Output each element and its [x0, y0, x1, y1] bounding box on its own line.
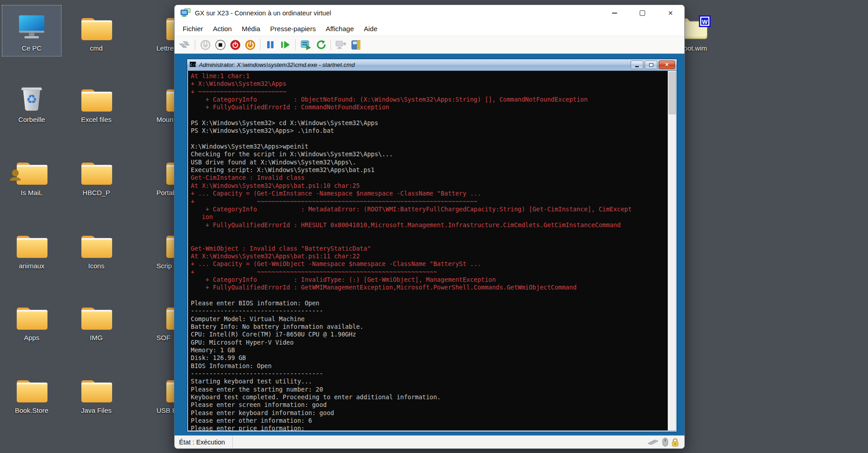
folder-icon [80, 152, 113, 186]
toolbar-separator [195, 39, 195, 50]
console-scrollbar[interactable] [668, 71, 676, 430]
enhanced-session-button[interactable] [334, 38, 348, 51]
menu-item-fichier[interactable]: Fichier [178, 23, 208, 35]
desktop-icon-is-mail[interactable]: Is MaiL [2, 150, 61, 201]
vm-status-text: État : Exécution [179, 439, 225, 446]
maximize-button[interactable] [628, 5, 656, 21]
desktop-icon-excel-files[interactable]: Excel files [67, 77, 126, 127]
console-line: Disk: 126.99 GB [191, 354, 668, 362]
revert-button[interactable] [314, 38, 327, 51]
close-button[interactable]: ✕ [656, 5, 684, 21]
console-line: Starting keyboard test utility... [191, 378, 668, 385]
folder-icon [80, 225, 113, 259]
console-line: Executing script: X:\Windows\System32\Ap… [191, 166, 668, 174]
console-line: CPU: Intel(R) Core(TM) i7-8650U CPU @ 1.… [191, 331, 668, 338]
console-line: PS X:\Windows\System32\Apps> .\info.bat [191, 127, 668, 135]
menu-item-action[interactable]: Action [208, 23, 237, 35]
console-line: USB drive found at X:\Windows\System32\A… [191, 159, 668, 166]
console-line [191, 237, 668, 244]
desktop-icon-label: HBCD_P [67, 189, 126, 197]
folder-icon [15, 225, 48, 259]
enhanced-session-icon [335, 40, 347, 50]
vm-statusbar: État : Exécution [175, 435, 684, 448]
console-line: Keyboard test completed. Proceeding to e… [191, 393, 668, 401]
desktop-icon-cmd[interactable]: cmd [67, 5, 126, 56]
console-line: Please enter other information: 6 [191, 417, 668, 425]
console-line: Computer Model: Virtual Machine [191, 315, 668, 323]
desktop-icon-corbeille[interactable]: ♻Corbeille [2, 77, 61, 127]
console-line: ------------------------------------ [191, 370, 668, 378]
console-line: ------------------------------------ [191, 307, 668, 315]
desktop-icon-java-files[interactable]: Java Files [67, 368, 126, 418]
desktop-icon-img[interactable]: IMG [67, 295, 126, 346]
turn-off-button[interactable] [213, 38, 227, 51]
zip-disk-button[interactable] [349, 38, 363, 51]
console-line: GPU: Microsoft Hyper-V Video [191, 339, 668, 346]
vm-menubar: FichierActionMédiaPresse-papiersAffichag… [175, 21, 684, 36]
menu-item-presse-papiers[interactable]: Presse-papiers [265, 23, 321, 35]
menu-item-media[interactable]: Média [237, 23, 265, 35]
console-line: + CategoryInfo : InvalidType: (:) [Get-W… [191, 276, 668, 284]
console-line: Get-CimInstance : Invalid class [191, 174, 668, 182]
pause-button[interactable] [264, 38, 277, 51]
console-line: + ... Capacity = (Get-CimInstance -Names… [191, 190, 668, 197]
resume-button[interactable] [278, 38, 292, 51]
recycle-bin-icon: ♻ [17, 79, 46, 112]
console-line: At X:\Windows\System32\Apps\bat.ps1:10 c… [191, 182, 668, 190]
checkpoint-button[interactable] [299, 38, 312, 51]
console-line: + CategoryInfo : MetadataError: (ROOT\WM… [191, 205, 668, 213]
console-line: + ~~~~~~~~~~~~~~~~~~~~~~~~~~~~~~~~~~~~~~… [191, 198, 668, 205]
console-line: PS X:\Windows\System32> cd X:\Windows\Sy… [191, 119, 668, 127]
menu-item-affichage[interactable]: Affichage [321, 23, 359, 35]
console-line: BIOS Information: Open [191, 362, 668, 370]
toolbar-separator [260, 39, 260, 50]
desktop-icon-hbcd-p[interactable]: HBCD_P [67, 150, 126, 201]
console-close-button[interactable]: ✕ [659, 61, 675, 69]
console-scrollbar-thumb[interactable] [669, 72, 676, 114]
console-line: Please enter BIOS information: Open [191, 299, 668, 307]
console-line: Get-WmiObject : Invalid class "BatterySt… [191, 245, 668, 252]
folder-icon [80, 79, 113, 112]
console-output: At line:1 char:1+ X:\Windows\System32\Ap… [188, 71, 668, 430]
desktop-icon-label: Apps [2, 334, 61, 342]
start-button[interactable] [198, 38, 212, 51]
status-icons [646, 438, 679, 447]
desktop-icon-book-store[interactable]: Book.Store [2, 368, 61, 418]
revert-icon [316, 40, 326, 50]
vm-viewport[interactable]: C:\ Administrator: X:\windows\system32\c… [175, 54, 684, 435]
console-minimize-button[interactable] [631, 61, 643, 69]
start-icon [200, 40, 211, 50]
desktop-icon-ce-pc[interactable]: Ce PC [2, 5, 61, 56]
vm-titlebar[interactable]: GX sur X23 - Connexion à un ordinateur v… [175, 5, 684, 21]
desktop-icon-label: Excel files [67, 116, 126, 124]
menu-item-aide[interactable]: Aide [359, 23, 382, 35]
save-button[interactable] [243, 38, 257, 51]
status-separator [232, 436, 233, 448]
mouse-icon [662, 438, 668, 447]
minimize-button[interactable] [600, 5, 628, 21]
toolbar-separator [330, 39, 331, 50]
desktop-icon-icons[interactable]: Icons [67, 223, 126, 274]
shut-down-button[interactable] [228, 38, 242, 51]
console-line [191, 135, 668, 143]
console-line: At line:1 char:1 [191, 72, 668, 80]
folder-icon [15, 370, 48, 403]
console-titlebar[interactable]: C:\ Administrator: X:\windows\system32\c… [187, 59, 677, 71]
resume-icon [280, 40, 291, 49]
console-line [191, 229, 668, 237]
folder-icon [80, 370, 113, 403]
console-line [191, 292, 668, 299]
vm-toolbar [175, 36, 684, 54]
console-line: + ~~~~~~~~~~~~~~~~~~~~~~~~ [191, 88, 668, 96]
hyperv-icon [180, 8, 191, 19]
vm-window-title: GX sur X23 - Connexion à un ordinateur v… [195, 9, 600, 17]
console-restore-button[interactable] [645, 61, 657, 69]
folder-user-icon [15, 152, 48, 186]
desktop-icon-label: Java Files [67, 406, 126, 415]
desktop-icon-animaux[interactable]: animaux [2, 223, 61, 274]
ctrl-alt-del-button[interactable] [178, 38, 192, 51]
save-icon [245, 40, 255, 50]
console-client[interactable]: At line:1 char:1+ X:\Windows\System32\Ap… [187, 71, 677, 432]
desktop-icon-apps[interactable]: Apps [2, 295, 61, 346]
zip-disk-icon [351, 40, 361, 50]
